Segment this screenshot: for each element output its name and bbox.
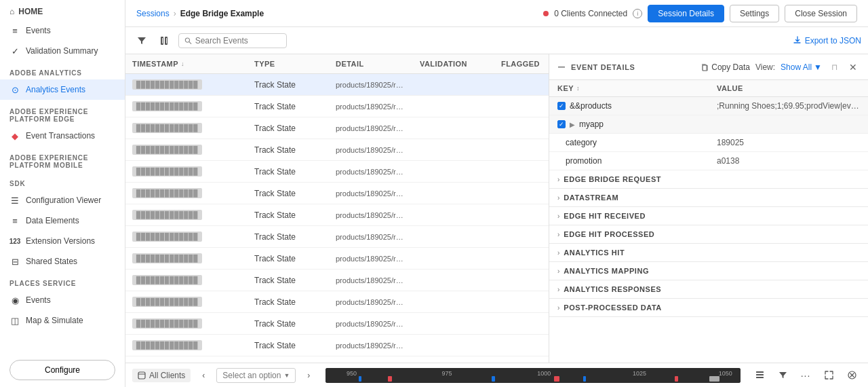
expand-button[interactable] [819,366,838,385]
td-type: Track State [248,248,329,269]
td-validation [413,96,494,117]
sidebar-item-extension-versions[interactable]: 123 Extension Versions [0,231,125,251]
sidebar-item-analytics-events[interactable]: ⊙ Analytics Events [0,79,125,100]
table-row[interactable]: █████████████ Track State products/18902… [125,204,549,226]
table-row[interactable]: █████████████ Track State products/18902… [125,291,549,313]
sidebar-item-event-transactions[interactable]: ◆ Event Transactions [0,126,125,146]
table-view-button[interactable] [750,366,769,385]
td-type: Track State [248,74,329,95]
sidebar-item-data-elements[interactable]: ≡ Data Elements [0,210,125,231]
status-dot [543,11,549,16]
copy-icon [701,63,709,71]
pin-icon[interactable]: ⊓ [827,60,841,74]
checkbox-products[interactable]: ✓ [557,102,566,110]
columns-button[interactable] [155,31,174,50]
section-row-datastream[interactable]: › DATASTREAM [549,189,868,207]
info-icon[interactable]: i [633,9,642,18]
table-row[interactable]: █████████████ Track State products/18902… [125,139,549,161]
panel-collapse-icon[interactable] [557,63,566,71]
export-button[interactable]: Export to JSON [793,36,861,45]
td-type: Track State [248,139,329,160]
timestamp-value: █████████████ [132,340,202,350]
copy-data-button[interactable]: Copy Data [701,62,750,72]
checkbox-myapp[interactable]: ✓ [557,120,566,128]
timestamp-value: █████████████ [132,232,202,242]
td-detail: products/189025/runningshoes/12345 [329,161,413,182]
td-validation [413,226,494,247]
table-row[interactable]: █████████████ Track State products/18902… [125,96,549,117]
sidebar-item-validation-summary[interactable]: ✓ Validation Summary [0,41,125,61]
search-input[interactable] [195,36,281,45]
td-validation [413,204,494,225]
close-bottom-button[interactable] [842,366,861,385]
sessions-link[interactable]: Sessions [136,9,170,18]
section-row-post-processed-data[interactable]: › POST-PROCESSED DATA [549,299,868,317]
sort-icon[interactable]: ↓ [181,60,184,67]
section-row-analytics-responses[interactable]: › ANALYTICS RESPONSES [549,280,868,299]
close-icon[interactable]: ✕ [846,60,860,74]
toolbar-right: Export to JSON [793,36,861,45]
section-row-edge-hit-received[interactable]: › EDGE HIT RECEIVED [549,207,868,225]
sidebar-item-shared-states[interactable]: ⊟ Shared States [0,251,125,272]
sort-key-icon[interactable]: ↕ [576,85,580,92]
filter-bottom-button[interactable] [773,366,792,385]
more-options-button[interactable]: ··· [796,366,815,385]
detail-value: products/189025/runningshoes/12345 [336,320,406,328]
close-session-button[interactable]: Close Session [785,5,857,22]
sidebar-item-places-events[interactable]: ◉ Events [0,290,125,310]
chevron-right-icon: › [557,213,559,220]
section-name: POST-PROCESSED DATA [564,303,662,312]
table-row[interactable]: █████████████ Track State products/18902… [125,335,549,356]
next-button[interactable]: › [301,368,316,383]
td-validation [413,313,494,334]
table-row[interactable]: █████████████ Track State products/18902… [125,270,549,291]
settings-button[interactable]: Settings [730,5,779,22]
select-option[interactable]: Select an option ▼ [216,368,296,383]
section-row-analytics-hit[interactable]: › ANALYTICS HIT [549,244,868,262]
detail-value: products/189025/runningshoes/12345 [336,103,406,111]
td-flagged [494,204,549,225]
svg-rect-10 [756,371,764,373]
timeline[interactable]: 950 975 1000 1025 1050 [326,368,741,383]
tick-1000: 1000 [537,370,551,377]
table-row[interactable]: █████████████ Track State products/18902… [125,313,549,335]
detail-value: products/189025/runningshoes/12345 [336,342,406,350]
td-timestamp: █████████████ [125,248,248,269]
sidebar-home[interactable]: ⌂ HOME [0,0,125,20]
table-row[interactable]: █████████████ Track State products/18902… [125,161,549,183]
sidebar-item-map-simulate[interactable]: ◫ Map & Simulate [0,310,125,331]
bottom-nav: ‹ [196,368,211,383]
td-validation [413,335,494,356]
section-name: EDGE HIT PROCESSED [564,230,654,238]
td-type: Track State [248,96,329,117]
section-name: ANALYTICS HIT [564,248,625,257]
timeline-segment-5 [583,376,586,382]
content-area: TIMESTAMP ↓ TYPE DETAIL VALIDATION FLAGG… [125,54,868,363]
show-all-button[interactable]: Show All ▼ [781,62,822,72]
search-box [178,33,287,48]
table-row[interactable]: █████████████ Track State products/18902… [125,117,549,139]
table-header: TIMESTAMP ↓ TYPE DETAIL VALIDATION FLAGG… [125,54,549,74]
td-type: Track State [248,183,329,204]
prev-button[interactable]: ‹ [196,368,211,383]
page-title: Edge Bridge Example [180,9,264,18]
table-row[interactable]: █████████████ Track State products/18902… [125,248,549,270]
expand-myapp-icon[interactable]: ▶ [570,121,575,128]
filter-button[interactable] [132,31,151,50]
configure-button[interactable]: Configure [9,360,115,380]
table-row[interactable]: █████████████ Track State products/18902… [125,183,549,204]
chevron-right-icon: › [557,176,559,183]
section-row-edge-bridge-request[interactable]: › EDGE BRIDGE REQUEST [549,170,868,189]
section-row-edge-hit-processed[interactable]: › EDGE HIT PROCESSED [549,225,868,244]
section-row-analytics-mapping[interactable]: › ANALYTICS MAPPING [549,262,868,280]
section-name: DATASTREAM [564,194,618,202]
table-row[interactable]: █████████████ Track State products/18902… [125,74,549,96]
td-timestamp: █████████████ [125,291,248,312]
table-row[interactable]: █████████████ Track State products/18902… [125,226,549,248]
close-bottom-icon [848,371,856,380]
timeline-segment-4 [554,376,559,382]
sidebar-item-events[interactable]: ≡ Events [0,20,125,41]
td-flagged [494,183,549,204]
session-details-button[interactable]: Session Details [648,5,724,22]
sidebar-item-configuration-viewer[interactable]: ☰ Configuration Viewer [0,190,125,210]
